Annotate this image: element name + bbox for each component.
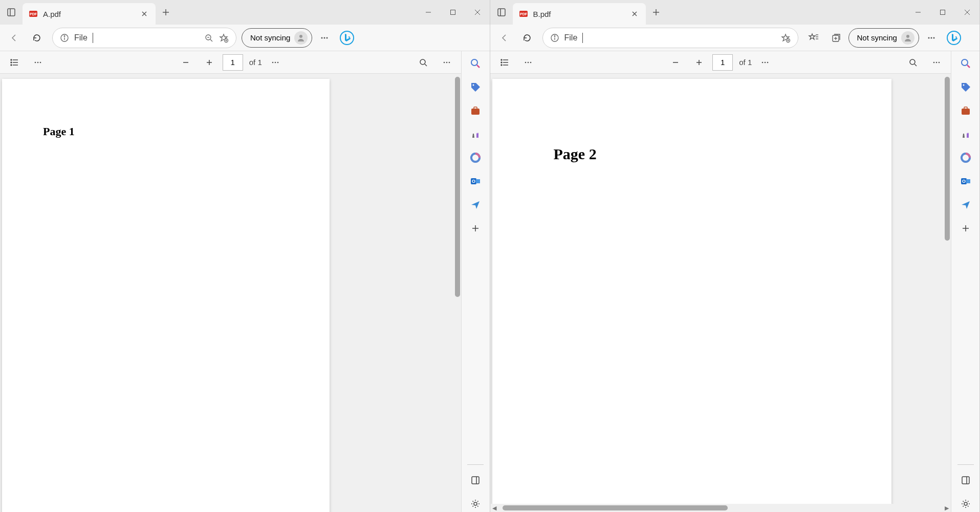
- zoom-out-button[interactable]: [176, 52, 196, 73]
- sidebar-games[interactable]: [467, 126, 484, 142]
- sync-button[interactable]: Not syncing: [848, 28, 919, 48]
- address-bar[interactable]: File: [52, 28, 236, 48]
- more-button[interactable]: [921, 28, 942, 48]
- svg-point-108: [962, 59, 968, 66]
- dots-icon: [760, 58, 770, 67]
- zoom-icon[interactable]: [204, 33, 213, 42]
- pdf-settings-button[interactable]: [437, 52, 457, 73]
- avatar-icon: [901, 31, 914, 45]
- address-bar[interactable]: File: [542, 28, 798, 48]
- page-number-input[interactable]: [223, 54, 243, 71]
- favorite-icon[interactable]: [219, 33, 229, 43]
- svg-point-110: [963, 84, 964, 86]
- vertical-scrollbar[interactable]: [454, 74, 461, 512]
- sidebar-hide[interactable]: [467, 472, 484, 488]
- zoom-out-button[interactable]: [665, 52, 686, 73]
- sidebar-tools[interactable]: [467, 102, 484, 119]
- svg-text:PDF: PDF: [520, 12, 528, 16]
- sidebar-send[interactable]: [467, 197, 484, 213]
- sidebar-hide[interactable]: [957, 472, 974, 488]
- address-text: File: [74, 33, 88, 42]
- pdf-more-button-2[interactable]: [755, 52, 775, 73]
- page-number-input[interactable]: [712, 54, 733, 71]
- edge-sidebar: O: [951, 51, 979, 512]
- vertical-scrollbar[interactable]: [944, 74, 951, 504]
- pdf-settings-button[interactable]: [926, 52, 947, 73]
- tab-close-button[interactable]: [629, 9, 640, 19]
- page-text: Page 2: [554, 145, 891, 163]
- dots-icon: [926, 33, 937, 43]
- sidebar-add[interactable]: [467, 220, 484, 237]
- svg-point-24: [326, 37, 328, 38]
- svg-point-87: [947, 31, 961, 45]
- scroll-left-arrow[interactable]: ◀: [490, 505, 498, 511]
- scroll-right-arrow[interactable]: ▶: [943, 505, 951, 511]
- close-window-button[interactable]: [465, 0, 490, 25]
- find-button[interactable]: [903, 52, 923, 73]
- sidebar-search[interactable]: [957, 55, 974, 72]
- maximize-button[interactable]: [441, 0, 465, 25]
- zoom-in-button[interactable]: [199, 52, 220, 73]
- sidebar-office[interactable]: [957, 150, 974, 166]
- pdf-more-button-1[interactable]: [518, 52, 538, 73]
- tab-actions-button[interactable]: [0, 0, 23, 25]
- sidebar-add[interactable]: [957, 220, 974, 237]
- tab-actions-button[interactable]: [490, 0, 513, 25]
- back-button[interactable]: [494, 28, 515, 48]
- new-tab-button[interactable]: [646, 0, 666, 25]
- sidebar-outlook[interactable]: O: [957, 173, 974, 189]
- sidebar-games[interactable]: [957, 126, 974, 142]
- pdf-more-button-2[interactable]: [265, 52, 286, 73]
- minimize-button[interactable]: [906, 0, 930, 25]
- scroll-thumb[interactable]: [503, 505, 728, 510]
- svg-rect-0: [8, 9, 15, 16]
- scroll-thumb[interactable]: [945, 77, 950, 241]
- sync-button[interactable]: Not syncing: [242, 28, 312, 48]
- maximize-button[interactable]: [930, 0, 955, 25]
- back-button[interactable]: [4, 28, 25, 48]
- sidebar-search[interactable]: [467, 55, 484, 72]
- tab-close-button[interactable]: [139, 9, 149, 19]
- bing-button[interactable]: [944, 28, 964, 48]
- find-button[interactable]: [413, 52, 433, 73]
- sidebar-outlook[interactable]: O: [467, 173, 484, 189]
- list-icon: [9, 57, 19, 68]
- pdf-viewer[interactable]: Page 2: [490, 74, 944, 504]
- close-window-button[interactable]: [955, 0, 979, 25]
- sidebar-shopping[interactable]: [957, 79, 974, 95]
- minimize-button[interactable]: [416, 0, 441, 25]
- favorites-button[interactable]: [803, 28, 824, 48]
- tab[interactable]: PDF B.pdf: [513, 3, 646, 25]
- favorite-icon[interactable]: [780, 33, 791, 43]
- sidebar-office[interactable]: [467, 150, 484, 166]
- scroll-thumb[interactable]: [455, 77, 460, 297]
- tab-actions-icon: [7, 8, 16, 17]
- svg-rect-68: [941, 10, 945, 15]
- pdf-more-button-1[interactable]: [28, 52, 48, 73]
- bing-button[interactable]: [337, 28, 357, 48]
- sidebar-send[interactable]: [957, 197, 974, 213]
- new-tab-button[interactable]: [156, 0, 176, 25]
- refresh-button[interactable]: [27, 28, 47, 48]
- svg-point-41: [420, 59, 425, 65]
- plus-icon: [471, 224, 480, 233]
- more-button[interactable]: [314, 28, 335, 48]
- sidebar-settings[interactable]: [957, 496, 974, 512]
- horizontal-scrollbar[interactable]: ◀ ▶: [490, 504, 951, 512]
- body-row: of 1 Page 2 ◀ ▶: [490, 51, 980, 512]
- contents-button[interactable]: [4, 52, 25, 73]
- svg-line-104: [914, 64, 917, 66]
- zoom-in-button[interactable]: [689, 52, 709, 73]
- sidebar-shopping[interactable]: [467, 79, 484, 95]
- dots-icon: [932, 58, 941, 67]
- search-icon: [908, 58, 918, 67]
- svg-line-42: [425, 64, 427, 66]
- refresh-button[interactable]: [517, 28, 537, 48]
- collections-button[interactable]: [826, 28, 846, 48]
- contents-button[interactable]: [494, 52, 515, 73]
- address-text: File: [564, 33, 578, 42]
- sidebar-settings[interactable]: [467, 496, 484, 512]
- pdf-viewer[interactable]: Page 1: [0, 74, 454, 512]
- tab[interactable]: PDF A.pdf: [23, 3, 156, 25]
- sidebar-tools[interactable]: [957, 102, 974, 119]
